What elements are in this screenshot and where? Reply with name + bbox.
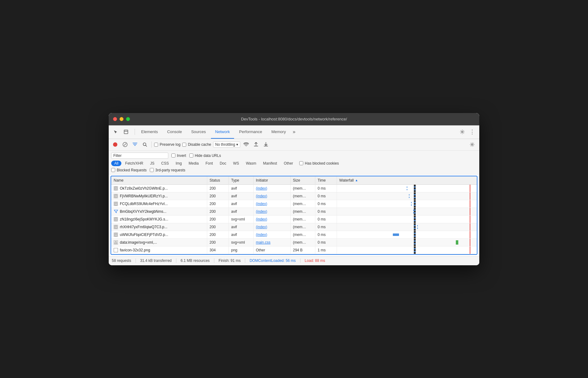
table-row[interactable]: BmGbqXVYxlY2kwgbNms...200avif(index)(mem…	[111, 208, 477, 215]
filter-media[interactable]: Media	[186, 161, 202, 166]
tab-memory[interactable]: Memory	[267, 125, 290, 139]
table-row[interactable]: rhXHHi7yxFm6IqiwQ7C3.p...200avif(index)(…	[111, 223, 477, 231]
resource-name: rhXHHi7yxFm6IqiwQ7C3.p...	[120, 225, 167, 229]
network-table: Name Status Type Initiator Size Time Wat…	[111, 176, 477, 254]
initiator-link[interactable]: main.css	[256, 240, 271, 245]
resource-name: data:image/svg+xml,...	[120, 240, 157, 245]
initiator-link[interactable]: (index)	[256, 225, 267, 229]
cell-time: 0 ms	[315, 223, 337, 231]
svg-rect-0	[124, 130, 128, 134]
waterfall-load-line	[470, 239, 470, 246]
tab-more-button[interactable]: »	[291, 125, 297, 139]
record-button[interactable]	[111, 141, 119, 149]
maximize-button[interactable]	[126, 117, 130, 121]
initiator-link[interactable]: (index)	[256, 209, 267, 214]
resource-name: OkTz8xZwi0zVh2GWltnE.p...	[120, 186, 168, 191]
col-initiator[interactable]: Initiator	[253, 176, 290, 185]
filter-fetch-xhr[interactable]: Fetch/XHR	[122, 161, 146, 166]
waterfall-dashed-bar	[417, 225, 418, 229]
file-icon	[114, 202, 118, 206]
initiator-link[interactable]: (index)	[256, 217, 267, 221]
preserve-log-input[interactable]	[154, 143, 158, 147]
cell-name: FjVMRBNwMylIkUElRzYI.p...	[111, 192, 207, 200]
more-options-icon[interactable]: ⋮	[468, 127, 477, 136]
filter-img[interactable]: Img	[173, 161, 185, 166]
filter-other[interactable]: Other	[281, 161, 296, 166]
blocked-requests-checkbox[interactable]: Blocked Requests	[111, 168, 147, 172]
title-bar: DevTools - localhost:8080/docs/devtools/…	[109, 113, 479, 125]
cell-waterfall	[337, 231, 477, 238]
invert-input[interactable]	[171, 153, 175, 158]
network-conditions-icon[interactable]	[242, 141, 250, 149]
third-party-checkbox[interactable]: 3rd-party requests	[150, 168, 185, 172]
col-waterfall[interactable]: Waterfall ▲	[337, 176, 477, 185]
initiator-link[interactable]: (index)	[256, 186, 267, 191]
filter-js[interactable]: JS	[147, 161, 158, 166]
clear-button[interactable]	[121, 141, 129, 149]
export-har-icon[interactable]	[262, 141, 270, 149]
tab-console[interactable]: Console	[163, 125, 186, 139]
cell-initiator: (index)	[253, 231, 290, 238]
col-size[interactable]: Size	[290, 176, 315, 185]
filter-ws[interactable]: WS	[230, 161, 242, 166]
search-button[interactable]	[141, 141, 149, 149]
table-row[interactable]: zN18ngzI6ejSpoKMYKJG.s...200svg+xml(inde…	[111, 215, 477, 223]
settings-gear-icon[interactable]	[458, 127, 467, 136]
col-name[interactable]: Name	[111, 176, 207, 185]
filter-font[interactable]: Font	[202, 161, 216, 166]
cell-size: (mem…	[290, 238, 315, 246]
initiator-link[interactable]: (index)	[256, 194, 267, 198]
col-time[interactable]: Time	[315, 176, 337, 185]
resources-size: 6.1 MB resources	[176, 258, 214, 263]
cell-size: (mem…	[290, 184, 315, 192]
network-settings-icon[interactable]	[468, 140, 477, 149]
table-row[interactable]: FjVMRBNwMylIkUElRzYI.p...200avif(index)(…	[111, 192, 477, 200]
preserve-log-checkbox[interactable]: Preserve log	[154, 142, 180, 147]
disable-cache-checkbox[interactable]: Disable cache	[182, 142, 211, 147]
tab-elements[interactable]: Elements	[137, 125, 162, 139]
throttle-select[interactable]: No throttling ▾	[213, 141, 241, 148]
col-status[interactable]: Status	[207, 176, 229, 185]
col-type[interactable]: Type	[229, 176, 253, 185]
filter-doc[interactable]: Doc	[216, 161, 229, 166]
cursor-icon[interactable]	[111, 128, 120, 136]
filter-all[interactable]: All	[111, 161, 121, 166]
has-blocked-cookies-input[interactable]	[299, 161, 303, 165]
import-har-icon[interactable]	[252, 141, 260, 149]
filter-input[interactable]	[123, 153, 166, 158]
dock-icon[interactable]	[122, 128, 130, 136]
table-row[interactable]: OkTz8xZwi0zVh2GWltnE.p...200avif(index)(…	[111, 184, 477, 192]
initiator-link[interactable]: (index)	[256, 202, 267, 206]
close-button[interactable]	[113, 117, 117, 121]
tab-sources[interactable]: Sources	[187, 125, 210, 139]
third-party-input[interactable]	[150, 168, 154, 172]
table-row[interactable]: data:image/svg+xml,...200svg+xmlmain.css…	[111, 238, 477, 246]
filter-wasm[interactable]: Wasm	[243, 161, 259, 166]
filter-css[interactable]: CSS	[158, 161, 172, 166]
hide-data-urls-input[interactable]	[189, 153, 193, 158]
cell-type: avif	[229, 200, 253, 208]
filter-manifest[interactable]: Manifest	[260, 161, 280, 166]
table-row[interactable]: uWWJfuFbpiClEFjPTdVD.p...200avif(index)(…	[111, 231, 477, 238]
has-blocked-cookies-checkbox[interactable]: Has blocked cookies	[299, 161, 339, 166]
cell-size: 294 B	[290, 246, 315, 254]
triangle-icon	[114, 240, 118, 245]
cell-initiator: Other	[253, 246, 290, 254]
tab-performance[interactable]: Performance	[235, 125, 266, 139]
cell-type: avif	[229, 192, 253, 200]
filter-button[interactable]	[131, 141, 139, 149]
cell-status: 200	[207, 200, 229, 208]
tab-network[interactable]: Network	[211, 125, 234, 139]
filter-label: Filter	[113, 153, 122, 158]
minimize-button[interactable]	[120, 117, 124, 121]
disable-cache-input[interactable]	[182, 143, 186, 147]
invert-checkbox[interactable]: Invert	[171, 153, 186, 158]
table-row[interactable]: favicon-32x32.png304pngOther294 B1 ms	[111, 246, 477, 254]
blocked-requests-input[interactable]	[111, 168, 115, 172]
table-row[interactable]: FCQLdbRS9UMc4eFHzYvI...200avif(index)(me…	[111, 200, 477, 208]
resource-name: favicon-32x32.png	[120, 248, 150, 252]
hide-data-urls-checkbox[interactable]: Hide data URLs	[189, 153, 221, 158]
initiator-link[interactable]: (index)	[256, 233, 267, 237]
cell-initiator: (index)	[253, 215, 290, 223]
devtools-window: DevTools - localhost:8080/docs/devtools/…	[109, 113, 479, 265]
